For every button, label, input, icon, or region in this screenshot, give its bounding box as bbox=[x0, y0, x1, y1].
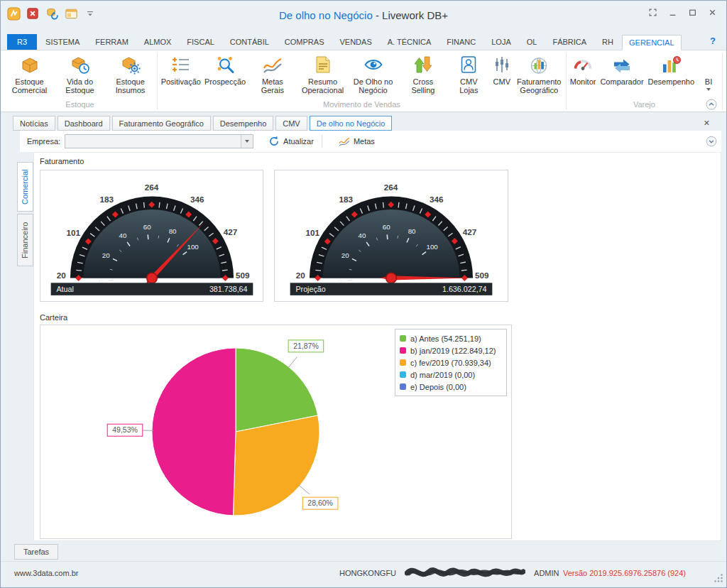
close-tab-button[interactable]: ✕ bbox=[701, 118, 713, 129]
svg-text:100: 100 bbox=[426, 243, 438, 251]
svg-text:264: 264 bbox=[144, 183, 158, 192]
pie-slice-b bbox=[152, 348, 236, 516]
ribbon-tab-almox[interactable]: ALMOX bbox=[137, 34, 179, 50]
ribbon-tab-vendas[interactable]: VENDAS bbox=[332, 34, 378, 50]
ribbon-collapse-button[interactable] bbox=[706, 99, 717, 111]
swap-arrows-icon bbox=[612, 54, 632, 75]
ribbon-tab-sistema[interactable]: SISTEMA bbox=[38, 34, 87, 50]
ribbon-tab-compras[interactable]: COMPRAS bbox=[278, 34, 332, 50]
list-plus-icon bbox=[171, 54, 191, 75]
svg-text:1.636.022,74: 1.636.022,74 bbox=[442, 285, 487, 293]
faturamento-section-label: Faturamento bbox=[40, 157, 84, 165]
ribbon-button-de-olho-no-negocio[interactable]: De Olho no Negócio bbox=[348, 51, 398, 94]
ribbon-button-comparador[interactable]: Comparador bbox=[598, 51, 645, 86]
ribbon-tab-ferram[interactable]: FERRAM bbox=[88, 34, 135, 50]
ribbon-content: Estoque ComercialVida do EstoqueEstoque … bbox=[0, 50, 727, 112]
side-tab-comercial[interactable]: Comercial bbox=[17, 162, 33, 212]
ribbon-button-bi[interactable]: BI bbox=[696, 51, 721, 91]
ribbon-tab-strip: R3SISTEMAFERRAMALMOXFISCALCONTÁBILCOMPRA… bbox=[0, 33, 703, 50]
ribbon-tab-loja[interactable]: LOJA bbox=[484, 34, 518, 50]
svg-text:28,60%: 28,60% bbox=[307, 499, 333, 507]
ribbon-button-metas-gerais[interactable]: Metas Gerais bbox=[248, 51, 297, 94]
ribbon-tab-gerencial[interactable]: GERENCIAL bbox=[622, 35, 682, 50]
maximize-button[interactable] bbox=[683, 6, 701, 18]
svg-text:Atual: Atual bbox=[56, 285, 73, 293]
ribbon-button-faturamento-geografico[interactable]: Faturamento Geográfico bbox=[514, 51, 564, 94]
resize-grip[interactable] bbox=[714, 573, 723, 584]
legend-marker-e bbox=[400, 383, 406, 390]
ribbon-button-resumo-operacional[interactable]: Resumo Operacional bbox=[297, 51, 348, 94]
ribbon-button-vida-do-estoque[interactable]: Vida do Estoque bbox=[55, 51, 105, 94]
combo-dropdown-icon[interactable] bbox=[241, 135, 253, 148]
svg-text:100: 100 bbox=[187, 243, 199, 251]
doc-tab-cmv[interactable]: CMV bbox=[275, 116, 307, 131]
main-content: Faturamento 2010118326434642750902040608… bbox=[33, 152, 721, 541]
svg-text:20: 20 bbox=[56, 271, 66, 280]
ribbon-button-desempenho[interactable]: Desempenho bbox=[646, 51, 696, 86]
empresa-combobox[interactable] bbox=[65, 134, 253, 148]
svg-text:21,87%: 21,87% bbox=[293, 342, 319, 350]
ribbon-button-estoque-insumos[interactable]: Estoque Insumos bbox=[105, 51, 155, 94]
ribbon-tab-financ[interactable]: FINANC bbox=[439, 34, 483, 50]
svg-text:80: 80 bbox=[408, 227, 416, 235]
doc-tab-de-olho-no-negocio[interactable]: De olho no Negócio bbox=[310, 116, 393, 131]
statusbar-version: Versão 2019.925.6976.25876 (924) bbox=[563, 569, 686, 577]
ribbon-button-prospeccao[interactable]: Prospecção bbox=[202, 51, 247, 86]
legend-marker-c bbox=[400, 359, 406, 366]
svg-text:509: 509 bbox=[475, 271, 489, 280]
svg-text:183: 183 bbox=[339, 195, 353, 204]
gauge-panel-projecao: 20101183264346427509020406080100Projeção… bbox=[274, 170, 508, 302]
ribbon-button-cross-selling[interactable]: Cross Selling bbox=[398, 51, 448, 94]
legend-item-b: b) jan/2019 (122.849,12) bbox=[400, 344, 502, 356]
ribbon-tab-ol[interactable]: OL bbox=[520, 34, 545, 50]
svg-text:346: 346 bbox=[190, 195, 204, 204]
ribbon-tab-a-tecnica[interactable]: A. TÉCNICA bbox=[381, 34, 439, 50]
toolbar: Empresa: Atualizar Metas bbox=[20, 131, 721, 152]
close-button[interactable] bbox=[703, 6, 721, 18]
ribbon-tab-fabrica[interactable]: FÁBRICA bbox=[545, 34, 594, 50]
svg-text:40: 40 bbox=[119, 232, 126, 239]
minimize-button[interactable] bbox=[663, 6, 682, 18]
ribbon-button-cmv-lojas[interactable]: CMV Lojas bbox=[448, 51, 490, 94]
doc-tab-noticias[interactable]: Notícias bbox=[13, 116, 55, 131]
doc-icon bbox=[313, 54, 333, 75]
svg-text:Projeção: Projeção bbox=[295, 285, 325, 293]
ribbon-group-varejo: MonitorComparadorDesempenhoBIVarejo bbox=[568, 51, 721, 111]
ribbon-button-estoque-comercial[interactable]: Estoque Comercial bbox=[4, 51, 55, 94]
dropdown-caret-icon bbox=[706, 88, 711, 91]
legend-item-d: d) mar/2019 (0,00) bbox=[400, 369, 502, 381]
help-button[interactable]: ? bbox=[710, 36, 716, 46]
doc-tab-faturamento-geografico[interactable]: Faturamento Geográfico bbox=[112, 116, 211, 131]
tarefas-button[interactable]: Tarefas bbox=[14, 544, 58, 560]
statusbar-website: www.3data.com.br bbox=[14, 569, 78, 577]
svg-text:20: 20 bbox=[296, 271, 306, 280]
gauge-panel-atual: 20101183264346427509020406080100Atual381… bbox=[40, 170, 263, 302]
ribbon-button-cmv[interactable]: CMV bbox=[490, 51, 514, 86]
ribbon-button-positivacao[interactable]: Positivação bbox=[159, 51, 202, 86]
box-clock-icon bbox=[70, 54, 90, 75]
document-tab-strip: NotíciasDashboardFaturamento GeográficoD… bbox=[13, 116, 696, 131]
legend-item-e: e) Depois (0,00) bbox=[400, 381, 502, 393]
ribbon-tab-contabil[interactable]: CONTÁBIL bbox=[223, 34, 276, 50]
box-icon bbox=[20, 54, 40, 75]
ribbon-tab-rh[interactable]: RH bbox=[595, 34, 621, 50]
statusbar: www.3data.com.br HONGKONGFU ADMIN Versão… bbox=[0, 561, 727, 588]
toolbar-overflow-button[interactable] bbox=[706, 136, 717, 148]
doc-tab-dashboard[interactable]: Dashboard bbox=[58, 116, 110, 131]
window-controls bbox=[643, 6, 721, 18]
metas-button[interactable]: Metas bbox=[332, 134, 381, 149]
statusbar-user-info: HONGKONGFU ADMIN bbox=[339, 566, 559, 580]
ribbon-tab-r3[interactable]: R3 bbox=[7, 34, 37, 50]
metas-label: Metas bbox=[354, 137, 375, 146]
doc-tab-desempenho[interactable]: Desempenho bbox=[213, 116, 273, 131]
ribbon-group-caption: Movimento de Vendas bbox=[159, 98, 564, 111]
legend-marker-b bbox=[400, 347, 406, 354]
cross-arrows-icon bbox=[413, 54, 433, 75]
ribbon-tab-fiscal[interactable]: FISCAL bbox=[180, 34, 222, 50]
empresa-label: Empresa: bbox=[27, 137, 60, 146]
ribbon-button-monitor[interactable]: Monitor bbox=[568, 51, 598, 86]
fullscreen-button[interactable] bbox=[643, 6, 662, 18]
side-tab-financeiro[interactable]: Financeiro bbox=[17, 214, 33, 266]
atualizar-button[interactable]: Atualizar bbox=[262, 134, 320, 149]
svg-text:264: 264 bbox=[384, 183, 398, 192]
